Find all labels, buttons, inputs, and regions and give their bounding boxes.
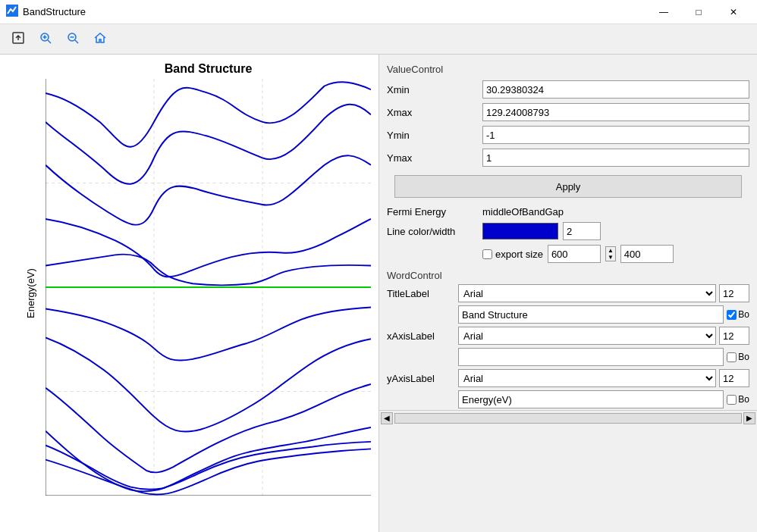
plot-canvas: 1 0.5 0 -0.5 -1 G M <box>46 79 371 496</box>
titlebar-controls: — □ ✕ <box>646 0 751 24</box>
svg-line-8 <box>75 40 78 43</box>
y-axis-text-row: Bo <box>379 389 757 410</box>
right-panel: ValueControl Xmin Xmax Ymin Ymax Apply F… <box>379 55 757 532</box>
ymin-label: Ymin <box>387 130 478 141</box>
x-axis-label-row: xAxisLabel Arial Times New Roman Courier… <box>379 325 757 346</box>
line-color-row: Line color/width <box>379 220 757 243</box>
fermi-energy-row: Fermi Energy middleOfBandGap <box>379 204 757 220</box>
y-axis-font-select[interactable]: Arial Times New Roman Courier New <box>458 369 716 387</box>
xmin-input[interactable] <box>482 80 749 99</box>
export-height-input[interactable] <box>620 245 674 263</box>
titlebar-left: BandStructure <box>6 5 86 19</box>
export-button[interactable] <box>6 27 30 52</box>
home-button[interactable] <box>88 27 112 52</box>
x-axis-label-field: xAxisLabel <box>387 330 455 342</box>
line-width-input[interactable] <box>563 222 601 240</box>
title-bold-label: Bo <box>738 309 749 320</box>
export-spinner[interactable]: ▲ ▼ <box>605 246 616 261</box>
export-width-input[interactable] <box>548 245 601 263</box>
close-button[interactable]: ✕ <box>716 0 751 24</box>
title-font-size-input[interactable] <box>719 284 749 302</box>
x-axis-text-row: Bo <box>379 346 757 368</box>
y-axis-font-size-input[interactable] <box>719 369 749 387</box>
home-icon <box>93 31 107 47</box>
apply-button[interactable]: Apply <box>394 175 742 198</box>
main-area: Band Structure Energy(eV) 1 0.5 <box>0 55 757 532</box>
xmin-row: Xmin <box>379 78 757 101</box>
x-axis-bold-checkbox[interactable] <box>727 352 737 362</box>
title-text-row: Bo <box>379 304 757 325</box>
export-size-label: export size <box>495 249 543 260</box>
line-color-label: Line color/width <box>387 226 478 237</box>
value-control-header: ValueControl <box>379 61 757 78</box>
y-axis-bold-checkbox-label[interactable]: Bo <box>727 394 749 405</box>
minimize-button[interactable]: — <box>646 0 681 24</box>
export-size-row: export size ▲ ▼ <box>379 243 757 265</box>
ymax-label: Ymax <box>387 152 478 164</box>
x-axis-bold-label: Bo <box>738 352 749 362</box>
xmax-row: Xmax <box>379 101 757 124</box>
title-label-row: TitleLabel Arial Times New Roman Courier… <box>379 283 757 304</box>
scroll-left-arrow[interactable]: ◀ <box>381 412 393 424</box>
title-label-field: TitleLabel <box>387 288 455 299</box>
zoom-out-button[interactable] <box>61 27 85 52</box>
line-color-picker[interactable] <box>482 223 558 239</box>
titlebar: BandStructure — □ ✕ <box>0 0 757 24</box>
fermi-label: Fermi Energy <box>387 206 478 217</box>
y-axis-bold-checkbox[interactable] <box>727 395 737 405</box>
x-axis-font-select[interactable]: Arial Times New Roman Courier New <box>458 327 716 345</box>
title-bold-checkbox[interactable] <box>727 310 737 320</box>
export-icon <box>11 31 25 47</box>
export-size-checkbox[interactable] <box>482 249 492 259</box>
export-size-checkbox-label[interactable]: export size <box>482 249 543 260</box>
ymax-row: Ymax <box>379 146 757 169</box>
ymax-input[interactable] <box>482 149 749 167</box>
y-axis-bold-label: Bo <box>738 394 749 405</box>
y-axis-label: Energy(eV) <box>25 268 36 318</box>
toolbar <box>0 24 757 55</box>
ymin-input[interactable] <box>482 126 749 144</box>
scroll-right-arrow[interactable]: ▶ <box>743 412 755 424</box>
svg-line-5 <box>48 40 51 43</box>
title-font-select[interactable]: Arial Times New Roman Courier New <box>458 284 716 302</box>
app-title: BandStructure <box>23 6 86 17</box>
plot-area: Band Structure Energy(eV) 1 0.5 <box>0 55 379 532</box>
band-structure-svg: 1 0.5 0 -0.5 -1 G M <box>46 79 371 496</box>
word-control-header: WordControl <box>379 265 757 283</box>
zoom-out-icon <box>66 31 80 47</box>
horizontal-scrollbar: ◀ ▶ <box>379 410 757 425</box>
y-axis-label-field: yAxisLabel <box>387 373 455 384</box>
fermi-value: middleOfBandGap <box>482 206 564 217</box>
scrollbar-track[interactable] <box>394 413 742 424</box>
app-icon <box>6 5 18 19</box>
x-axis-font-size-input[interactable] <box>719 327 749 345</box>
title-text-input[interactable] <box>458 305 724 324</box>
y-axis-label-row: yAxisLabel Arial Times New Roman Courier… <box>379 368 757 389</box>
xmin-label: Xmin <box>387 84 478 95</box>
xmax-label: Xmax <box>387 107 478 118</box>
maximize-button[interactable]: □ <box>681 0 716 24</box>
title-bold-checkbox-label[interactable]: Bo <box>727 309 749 320</box>
zoom-in-button[interactable] <box>33 27 58 52</box>
zoom-in-icon <box>39 31 52 47</box>
xmax-input[interactable] <box>482 103 749 121</box>
x-axis-bold-checkbox-label[interactable]: Bo <box>727 352 749 362</box>
y-axis-text-input[interactable] <box>458 390 724 408</box>
x-axis-text-input[interactable] <box>458 348 724 366</box>
plot-title: Band Structure <box>46 62 371 76</box>
ymin-row: Ymin <box>379 124 757 146</box>
